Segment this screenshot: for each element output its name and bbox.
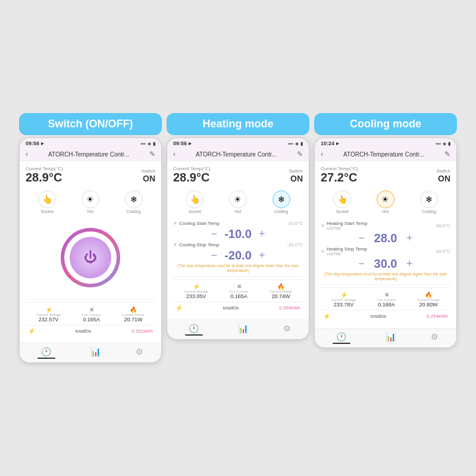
phone-body: Current Temp(°C) 27.2°C Switch ON 👆 Sock… [315,161,456,328]
mode-icon-circle: 👆 [38,190,56,208]
temp-section: Current Temp(°C) 28.9°C [173,166,211,183]
stat-icon: ✖ [230,283,248,290]
status-icons: ▪▪▪ ◈ ▮ [436,141,450,146]
bottom-nav: 🕐📊⚙ [167,320,309,339]
setting-control-row-1: − -20.0 + [173,249,303,262]
edit-icon[interactable]: ✎ [149,150,155,158]
setting-control-row-1: − 30.0 + [321,257,450,271]
temp-section: Current Temp(°C) 28.9°C [26,166,63,183]
stat-icon: 🔥 [270,283,293,290]
mode-icon-circle: ❄ [420,190,438,208]
mode-item-socket[interactable]: 👆 Socket [38,190,56,214]
stat-icon: ✖ [82,306,101,313]
total-icon: ⚡ [323,313,330,320]
setting-icon: ✳ [173,242,177,248]
mode-item-socket[interactable]: 👆 Socket [186,190,203,214]
increment-button[interactable]: + [406,232,413,245]
decrement-button[interactable]: − [211,249,217,262]
stat-val: 0.165A [82,317,101,322]
mode-icon-label: Socket [336,209,349,214]
mode-icon-circle: ☀ [229,190,247,208]
bottom-nav-item-2[interactable]: ⚙ [431,332,439,344]
stat-item-2: 🔥 Current Power 20.74W [270,283,293,299]
mode-item-colding[interactable]: ❄ Colding [125,190,143,214]
bottom-nav-item-0[interactable]: 🕐 [333,332,350,344]
phone-body: Current Temp(°C) 28.9°C Switch ON 👆 Sock… [167,161,309,320]
mode-item-socket[interactable]: 👆 Socket [333,190,351,214]
mode-icon-circle: ☀ [377,190,394,208]
bottom-nav-item-1[interactable]: 📊 [386,332,396,344]
increment-button[interactable]: + [259,228,265,240]
setting-sub: subTitle [327,252,367,256]
bottom-nav-item-2[interactable]: ⚙ [136,347,143,359]
stat-item-1: ✖ Cur Current 0.165A [230,283,248,299]
nav-bar: ‹ ATORCH-Temperature Contr... ✎ [20,148,161,161]
total-label: totalEle [371,314,387,319]
bottom-nav-item-0[interactable]: 🕐 [185,324,203,336]
mode-icon-label: Socket [41,209,54,214]
setting-left: ✳ Cooling Stop Temp [173,242,219,248]
bottom-nav: 🕐📊⚙ [315,328,456,347]
switch-value: ON [436,174,450,183]
increment-button[interactable]: + [406,258,413,270]
stat-label: Cur Current [230,290,248,293]
stat-item-1: ✖ Cur Current 0.165A [82,306,101,322]
setting-name: Cooling Start Temp [179,221,220,226]
switch-value: ON [289,174,303,183]
warning-text: (The stop temperature must be at least o… [173,264,303,274]
wifi-icon: ◈ [295,141,299,146]
decrement-button[interactable]: − [211,228,217,240]
setting-row-0: ✳ Cooling Start Temp -10.0°C [173,221,303,226]
stat-val: 233.78V [331,302,356,308]
bottom-nav-item-1[interactable]: 📊 [238,324,248,336]
switch-label: Switch [141,168,155,174]
mode-item-colding[interactable]: ❄ Colding [273,190,290,214]
switch-section: Switch ON [289,168,303,183]
stat-item-2: 🔥 Current Power 20.80W [417,292,440,308]
mode-icons: 👆 Socket ☀ Hot ❄ Colding [321,188,450,216]
phone-body: Current Temp(°C) 28.9°C Switch ON 👆 Sock… [20,161,161,343]
temp-row: Current Temp(°C) 28.9°C Switch ON [26,166,155,183]
temp-value: 27.2°C [321,171,358,183]
wifi-icon: ◈ [443,141,446,146]
setting-val: 28.0°C [436,223,450,228]
edit-icon[interactable]: ✎ [297,150,303,158]
mode-item-hot[interactable]: ☀ Hot [82,190,99,214]
increment-button[interactable]: + [259,249,265,262]
setting-val: 30.0°C [436,249,450,254]
mode-icon-circle: 👆 [186,190,203,208]
total-ele-row: ⚡ totalEle 0.254kWh [321,310,450,323]
decrement-button[interactable]: − [358,232,365,245]
nav-active-line [185,334,203,336]
signal-icon: ▪▪▪ [140,141,146,146]
ctrl-val: -20.0 [223,249,253,262]
decrement-button[interactable]: − [358,258,365,270]
setting-left: ✳ Heating Stop Temp subTitle [321,246,367,256]
card-cooling: Cooling mode 10:24 ▸ ▪▪▪ ◈ ▮ ‹ ATORCH-Te… [314,113,457,348]
setting-left: ✳ Heating Start Temp subTitle [321,221,367,230]
mode-item-hot[interactable]: ☀ Hot [377,190,394,214]
nav-title: ATORCH-Temperature Contr... [176,151,297,158]
card-switch: Switch (ON/OFF) 09:56 ▸ ▪▪▪ ◈ ▮ ‹ ATORCH… [19,113,162,363]
mode-icon-circle: ☀ [82,190,99,208]
power-button[interactable]: ⏻ [70,237,111,278]
mode-icon-label: Colding [127,209,141,214]
phone-cooling: 10:24 ▸ ▪▪▪ ◈ ▮ ‹ ATORCH-Temperature Con… [314,137,457,348]
temp-row: Current Temp(°C) 28.9°C Switch ON [173,166,303,183]
stat-item-2: 🔥 Current Power 20.71W [122,306,145,322]
bottom-nav-item-0[interactable]: 🕐 [37,347,55,359]
mode-item-colding[interactable]: ❄ Colding [420,190,438,214]
bottom-nav-item-1[interactable]: 📊 [90,347,101,359]
card-label-cooling: Cooling mode [314,113,457,135]
switch-section: Switch ON [436,168,450,183]
stat-icon: ⚡ [331,292,356,298]
edit-icon[interactable]: ✎ [444,150,450,158]
bottom-nav-item-2[interactable]: ⚙ [283,324,291,336]
mode-item-hot[interactable]: ☀ Hot [229,190,247,214]
setting-name-wrap: Heating Start Temp subTitle [327,221,367,230]
mode-icons: 👆 Socket ☀ Hot ❄ Colding [173,188,303,216]
battery-icon: ▮ [153,141,155,146]
temp-value: 28.9°C [26,171,63,183]
stat-val: 0.168A [377,302,396,308]
status-time: 10:24 ▸ [321,140,339,146]
